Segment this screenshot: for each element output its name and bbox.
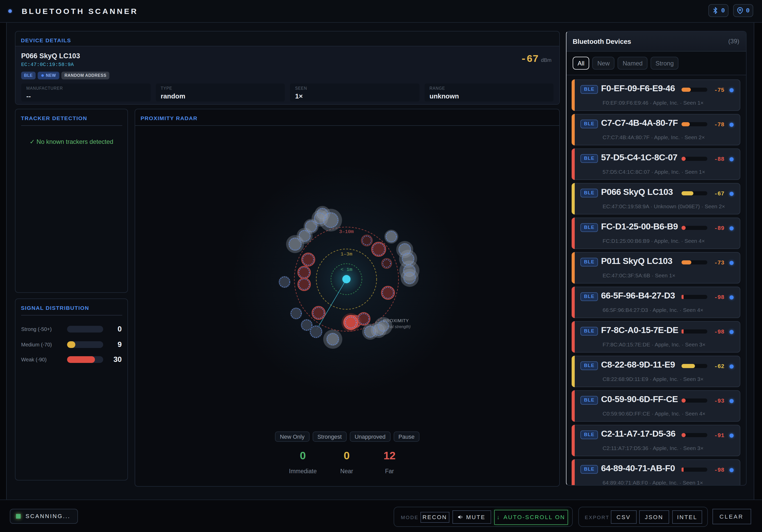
svg-text:3–10m: 3–10m [339,229,354,234]
svg-text:PROXIMITY: PROXIMITY [383,318,409,323]
svg-text:(signal strength): (signal strength) [382,324,411,329]
